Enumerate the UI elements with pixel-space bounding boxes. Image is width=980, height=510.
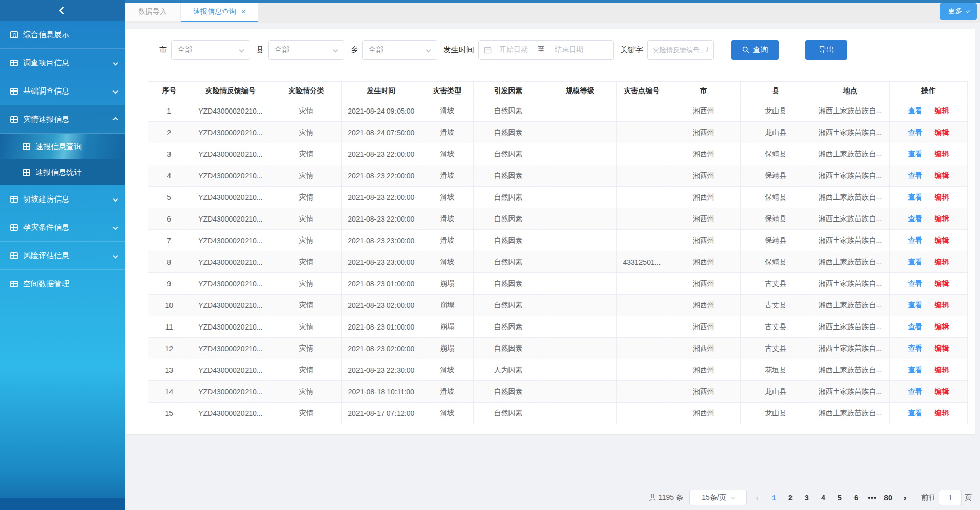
edit-link[interactable]: 编辑: [935, 258, 949, 266]
page-6[interactable]: 6: [850, 494, 863, 502]
cell-place: 湘西土家族苗族自...: [811, 208, 890, 230]
view-link[interactable]: 查看: [908, 128, 922, 136]
next-page-button[interactable]: ›: [898, 494, 912, 502]
page-ellipsis[interactable]: •••: [866, 494, 878, 502]
page-4[interactable]: 4: [817, 494, 830, 502]
query-button[interactable]: 查询: [731, 40, 779, 60]
export-button[interactable]: 导出: [805, 40, 847, 60]
chevron-down-icon: [113, 60, 118, 65]
tab-label: 速报信息查询: [193, 7, 236, 16]
cell-place: 湘西土家族苗族自...: [811, 403, 890, 424]
edit-link[interactable]: 编辑: [935, 366, 949, 374]
page-last[interactable]: 80: [881, 494, 895, 502]
view-link[interactable]: 查看: [908, 236, 922, 244]
cell-city: 湘西州: [667, 403, 741, 424]
close-icon[interactable]: ×: [241, 8, 246, 16]
cell-disaster-type: 滑坡: [421, 165, 474, 187]
table-icon: [23, 143, 30, 150]
town-select[interactable]: 全部: [362, 40, 437, 60]
cell-actions: 查看 编辑: [890, 403, 968, 424]
edit-link[interactable]: 编辑: [935, 128, 949, 136]
view-link[interactable]: 查看: [908, 106, 922, 115]
sidebar-item-hazard-condition[interactable]: 孕灾条件信息: [0, 213, 125, 242]
table-icon: [10, 224, 18, 231]
cell-place: 湘西土家族苗族自...: [811, 165, 890, 187]
sidebar-item-slope-housing[interactable]: 切坡建房信息: [0, 185, 125, 213]
cell-trigger-factor: 自然因素: [474, 230, 543, 251]
sidebar-item-risk-assessment[interactable]: 风险评估信息: [0, 242, 125, 270]
sidebar-item-spatial-data[interactable]: 空间数据管理: [0, 270, 125, 298]
cell-scale-level: [543, 230, 617, 251]
total-count: 共 1195 条: [649, 493, 683, 502]
prev-page-button[interactable]: ‹: [750, 494, 764, 502]
edit-link[interactable]: 编辑: [935, 409, 949, 417]
cell-city: 湘西州: [667, 273, 741, 295]
city-select[interactable]: 全部: [171, 40, 250, 60]
cell-city: 湘西州: [667, 143, 741, 165]
goto-page-input[interactable]: [939, 490, 962, 505]
cell-point-code: [617, 187, 667, 208]
page-2[interactable]: 2: [784, 494, 797, 502]
view-link[interactable]: 查看: [908, 344, 922, 352]
more-button[interactable]: 更多: [940, 3, 977, 20]
view-link[interactable]: 查看: [908, 279, 922, 287]
sidebar-item-basic-survey[interactable]: 基础调查信息: [0, 77, 125, 105]
view-link[interactable]: 查看: [908, 301, 922, 309]
sidebar-item-disaster-report[interactable]: 灾情速报信息: [0, 105, 125, 134]
cell-disaster-type: 滑坡: [421, 100, 474, 122]
table-icon: [10, 60, 18, 66]
edit-link[interactable]: 编辑: [935, 301, 949, 309]
sidebar-subitem-report-stats[interactable]: 速报信息统计: [0, 159, 125, 185]
edit-link[interactable]: 编辑: [935, 279, 949, 287]
page-5[interactable]: 5: [833, 494, 846, 502]
view-link[interactable]: 查看: [908, 258, 922, 266]
cell-actions: 查看 编辑: [890, 273, 968, 295]
cell-trigger-factor: 自然因素: [474, 316, 543, 338]
cell-category: 灾情: [271, 381, 342, 403]
page-3[interactable]: 3: [800, 494, 814, 502]
cell-actions: 查看 编辑: [890, 316, 968, 338]
view-link[interactable]: 查看: [908, 171, 922, 179]
tab-data-import[interactable]: 数据导入: [125, 3, 180, 21]
start-date-placeholder[interactable]: 开始日期: [492, 45, 536, 54]
end-date-placeholder[interactable]: 结束日期: [547, 45, 591, 54]
edit-link[interactable]: 编辑: [935, 150, 949, 158]
view-link[interactable]: 查看: [908, 366, 922, 374]
view-link[interactable]: 查看: [908, 409, 922, 417]
county-select[interactable]: 全部: [268, 40, 344, 60]
edit-link[interactable]: 编辑: [935, 236, 949, 244]
cell-category: 灾情: [271, 230, 342, 251]
edit-link[interactable]: 编辑: [935, 214, 949, 223]
edit-link[interactable]: 编辑: [935, 171, 949, 179]
view-link[interactable]: 查看: [908, 322, 922, 331]
page-1[interactable]: 1: [767, 494, 781, 502]
cell-no: 1: [148, 100, 190, 122]
cell-occur-time: 2021-08-23 02:00:00: [342, 338, 421, 359]
view-link[interactable]: 查看: [908, 193, 922, 201]
sidebar-item-survey-project[interactable]: 调查项目信息: [0, 49, 125, 77]
cell-trigger-factor: 人为因素: [474, 359, 543, 381]
page-size-select[interactable]: 15条/页: [689, 490, 747, 505]
cell-occur-time: 2021-08-23 23:00:00: [342, 251, 421, 273]
edit-link[interactable]: 编辑: [935, 322, 949, 331]
cell-city: 湘西州: [667, 187, 741, 208]
sidebar-subitem-report-query[interactable]: 速报信息查询: [0, 134, 125, 159]
edit-link[interactable]: 编辑: [935, 193, 949, 201]
view-link[interactable]: 查看: [908, 387, 922, 395]
tab-report-query[interactable]: 速报信息查询 ×: [181, 3, 258, 22]
keyword-input[interactable]: [647, 40, 714, 60]
edit-link[interactable]: 编辑: [935, 106, 949, 115]
cell-county: 保靖县: [741, 143, 811, 165]
sidebar-item-overview[interactable]: 综合信息展示: [0, 21, 125, 49]
view-link[interactable]: 查看: [908, 214, 922, 223]
sidebar-collapse-button[interactable]: [0, 0, 125, 21]
cell-city: 湘西州: [667, 338, 741, 359]
view-link[interactable]: 查看: [908, 150, 922, 158]
cell-scale-level: [543, 122, 617, 143]
edit-link[interactable]: 编辑: [935, 344, 949, 352]
cell-occur-time: 2021-08-18 10:11:00: [342, 381, 421, 403]
edit-link[interactable]: 编辑: [935, 387, 949, 395]
cell-trigger-factor: 自然因素: [474, 338, 543, 359]
date-range-picker[interactable]: 开始日期 至 结束日期: [478, 40, 614, 60]
cell-feedback-code: YZD43000020210...: [190, 338, 271, 359]
